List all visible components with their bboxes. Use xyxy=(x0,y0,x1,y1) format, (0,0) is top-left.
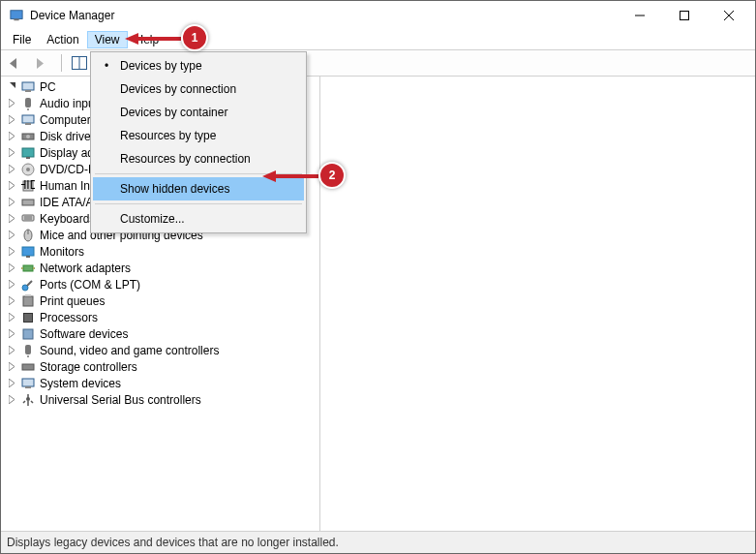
device-category-icon xyxy=(20,310,36,325)
svg-rect-41 xyxy=(25,345,31,354)
tree-category[interactable]: Processors xyxy=(3,309,318,325)
minimize-button[interactable] xyxy=(618,1,662,30)
menu-item[interactable]: Devices by container xyxy=(93,101,304,124)
tree-category-label: Computer xyxy=(40,113,91,127)
expand-icon[interactable] xyxy=(7,98,18,109)
tree-category-label: Keyboards xyxy=(40,212,95,226)
device-category-icon xyxy=(20,244,36,260)
status-text: Displays legacy devices and devices that… xyxy=(7,536,339,549)
svg-point-21 xyxy=(26,168,30,171)
tree-category-label: Sound, video and game controllers xyxy=(40,344,219,357)
menu-file[interactable]: File xyxy=(5,31,39,48)
svg-rect-25 xyxy=(22,215,34,221)
expand-icon[interactable] xyxy=(7,262,18,274)
menu-item-label: Customize... xyxy=(116,212,185,226)
detail-pane xyxy=(320,77,755,531)
expand-icon[interactable] xyxy=(7,345,18,356)
tree-category[interactable]: Software devices xyxy=(3,325,318,342)
tree-category[interactable]: System devices xyxy=(3,375,318,391)
tree-category-label: Processors xyxy=(40,311,98,324)
back-button[interactable] xyxy=(5,52,28,74)
view-menu-dropdown: •Devices by typeDevices by connectionDev… xyxy=(90,51,307,233)
computer-icon xyxy=(20,79,36,95)
tree-category[interactable]: Universal Serial Bus controllers xyxy=(3,391,318,408)
expand-icon[interactable] xyxy=(7,180,18,192)
statusbar: Displays legacy devices and devices that… xyxy=(1,532,755,553)
tree-category[interactable]: Network adapters xyxy=(3,260,318,276)
svg-rect-36 xyxy=(23,296,33,306)
svg-rect-32 xyxy=(23,265,33,271)
menu-item-label: Resources by connection xyxy=(116,152,251,166)
tree-category-label: System devices xyxy=(40,377,121,390)
expand-icon[interactable] xyxy=(7,361,18,373)
expand-icon[interactable] xyxy=(7,230,18,241)
svg-rect-33 xyxy=(21,267,23,269)
tree-category[interactable]: Ports (COM & LPT) xyxy=(3,276,318,292)
device-category-icon xyxy=(20,112,36,128)
menu-item[interactable]: Devices by connection xyxy=(93,77,304,101)
device-category-icon xyxy=(20,359,36,375)
menubar: File Action View Help xyxy=(1,30,755,49)
forward-button[interactable] xyxy=(32,52,55,74)
close-button[interactable] xyxy=(707,1,751,30)
svg-rect-34 xyxy=(33,267,35,269)
expand-icon[interactable] xyxy=(7,279,18,291)
device-category-icon xyxy=(20,96,36,111)
annotation-arrow-1 xyxy=(125,30,183,47)
tree-category[interactable]: Sound, video and game controllers xyxy=(3,342,318,358)
svg-rect-12 xyxy=(25,98,31,108)
app-icon xyxy=(9,8,24,23)
menu-action[interactable]: Action xyxy=(39,31,86,48)
expand-icon[interactable] xyxy=(7,328,18,340)
menu-item[interactable]: Resources by type xyxy=(93,124,304,147)
expand-icon[interactable] xyxy=(7,147,18,159)
expand-icon[interactable] xyxy=(7,394,18,406)
expand-icon[interactable] xyxy=(7,197,18,208)
maximize-button[interactable] xyxy=(662,1,707,30)
expand-icon[interactable] xyxy=(7,114,18,126)
tree-category[interactable]: Storage controllers xyxy=(3,358,318,375)
device-category-icon xyxy=(20,145,36,161)
expand-icon[interactable] xyxy=(7,81,18,93)
svg-rect-39 xyxy=(24,314,32,322)
tree-category[interactable]: Monitors xyxy=(3,243,318,260)
annotation-callout-2: 2 xyxy=(318,162,346,189)
device-category-icon xyxy=(20,343,36,358)
svg-rect-43 xyxy=(22,364,34,370)
svg-point-46 xyxy=(26,397,30,401)
device-category-icon xyxy=(20,195,36,210)
device-category-icon: HID xyxy=(20,178,36,194)
device-category-icon xyxy=(20,129,36,144)
svg-rect-19 xyxy=(26,157,30,159)
svg-rect-18 xyxy=(22,148,34,157)
expand-icon[interactable] xyxy=(7,312,18,323)
menu-item[interactable]: Customize... xyxy=(93,207,304,231)
menu-item[interactable]: •Devices by type xyxy=(93,54,304,77)
tree-category-label: Universal Serial Bus controllers xyxy=(40,393,201,407)
expand-icon[interactable] xyxy=(7,213,18,225)
expand-icon[interactable] xyxy=(7,131,18,142)
expand-icon[interactable] xyxy=(7,246,18,258)
detail-pane-button[interactable] xyxy=(68,52,91,74)
svg-rect-31 xyxy=(26,256,30,258)
device-category-icon xyxy=(20,392,36,408)
window-title: Device Manager xyxy=(30,9,618,22)
device-category-icon xyxy=(20,228,36,243)
svg-marker-50 xyxy=(262,170,276,182)
svg-rect-30 xyxy=(22,247,34,256)
tree-category-label: Disk drives xyxy=(40,130,97,143)
svg-rect-14 xyxy=(22,115,34,123)
svg-rect-45 xyxy=(25,386,31,388)
device-category-icon xyxy=(20,162,36,177)
tree-category-label: Storage controllers xyxy=(40,360,137,374)
expand-icon[interactable] xyxy=(7,164,18,175)
tree-category[interactable]: Print queues xyxy=(3,292,318,309)
svg-rect-15 xyxy=(25,123,31,125)
device-category-icon xyxy=(20,376,36,391)
menu-view[interactable]: View xyxy=(87,31,128,48)
expand-icon[interactable] xyxy=(7,378,18,389)
svg-rect-44 xyxy=(22,379,34,386)
svg-rect-10 xyxy=(22,82,34,90)
menu-item-label: Devices by type xyxy=(116,59,202,73)
expand-icon[interactable] xyxy=(7,295,18,307)
